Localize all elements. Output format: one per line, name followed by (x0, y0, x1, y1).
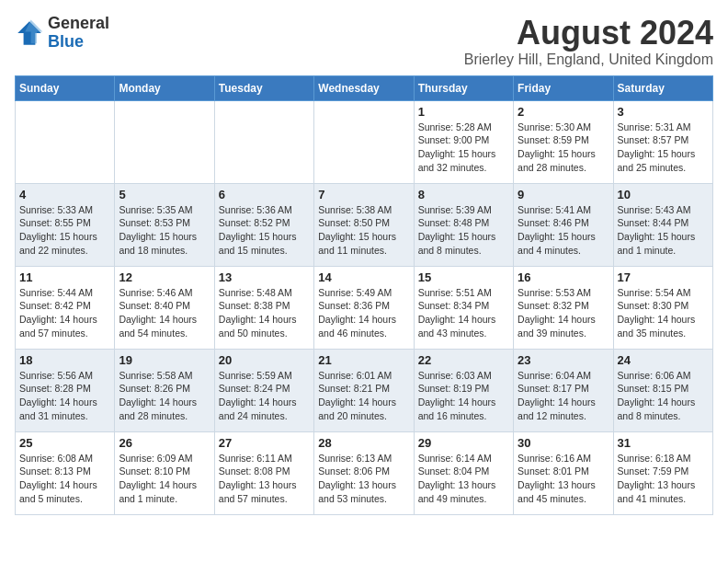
calendar-cell: 21Sunrise: 6:01 AM Sunset: 8:21 PM Dayli… (314, 349, 414, 431)
calendar-cell: 13Sunrise: 5:48 AM Sunset: 8:38 PM Dayli… (214, 266, 313, 349)
calendar-cell: 31Sunrise: 6:18 AM Sunset: 7:59 PM Dayli… (613, 431, 712, 514)
calendar-cell: 2Sunrise: 5:30 AM Sunset: 8:59 PM Daylig… (514, 100, 613, 183)
calendar-cell: 10Sunrise: 5:43 AM Sunset: 8:44 PM Dayli… (613, 183, 712, 266)
calendar-cell: 25Sunrise: 6:08 AM Sunset: 8:13 PM Dayli… (16, 431, 115, 514)
day-info: Sunrise: 5:51 AM Sunset: 8:34 PM Dayligh… (418, 286, 509, 340)
weekday-header-saturday: Saturday (613, 75, 712, 100)
day-number: 25 (19, 436, 110, 450)
day-number: 22 (418, 353, 509, 367)
day-number: 13 (219, 270, 310, 284)
page-header: General Blue August 2024 Brierley Hill, … (15, 15, 713, 68)
day-info: Sunrise: 5:59 AM Sunset: 8:24 PM Dayligh… (219, 369, 310, 423)
day-number: 27 (219, 436, 310, 450)
day-number: 21 (318, 353, 409, 367)
logo-icon (15, 18, 44, 48)
day-info: Sunrise: 5:33 AM Sunset: 8:55 PM Dayligh… (19, 203, 110, 258)
day-number: 10 (618, 188, 709, 201)
day-info: Sunrise: 6:01 AM Sunset: 8:21 PM Dayligh… (318, 369, 409, 423)
day-info: Sunrise: 6:03 AM Sunset: 8:19 PM Dayligh… (418, 369, 509, 423)
calendar-cell: 9Sunrise: 5:41 AM Sunset: 8:46 PM Daylig… (514, 183, 613, 266)
day-info: Sunrise: 6:11 AM Sunset: 8:08 PM Dayligh… (219, 452, 310, 506)
weekday-header-thursday: Thursday (414, 75, 513, 100)
week-row-2: 4Sunrise: 5:33 AM Sunset: 8:55 PM Daylig… (16, 183, 713, 266)
day-info: Sunrise: 5:54 AM Sunset: 8:30 PM Dayligh… (618, 286, 709, 340)
day-number: 5 (119, 188, 210, 201)
day-info: Sunrise: 5:58 AM Sunset: 8:26 PM Dayligh… (119, 369, 210, 423)
main-title: August 2024 (464, 15, 713, 52)
week-row-4: 18Sunrise: 5:56 AM Sunset: 8:28 PM Dayli… (16, 349, 713, 431)
weekday-header-friday: Friday (514, 75, 613, 100)
day-info: Sunrise: 6:14 AM Sunset: 8:04 PM Dayligh… (418, 452, 509, 506)
day-info: Sunrise: 6:13 AM Sunset: 8:06 PM Dayligh… (318, 452, 409, 506)
weekday-header-tuesday: Tuesday (214, 75, 313, 100)
calendar-cell (214, 100, 313, 183)
day-info: Sunrise: 5:35 AM Sunset: 8:53 PM Dayligh… (119, 203, 210, 258)
day-number: 1 (418, 105, 509, 119)
day-info: Sunrise: 5:56 AM Sunset: 8:28 PM Dayligh… (19, 369, 110, 423)
calendar-cell: 22Sunrise: 6:03 AM Sunset: 8:19 PM Dayli… (414, 349, 513, 431)
calendar-cell (115, 100, 214, 183)
calendar-cell (314, 100, 414, 183)
subtitle: Brierley Hill, England, United Kingdom (464, 52, 713, 68)
day-info: Sunrise: 6:18 AM Sunset: 7:59 PM Dayligh… (618, 452, 709, 506)
calendar-cell: 12Sunrise: 5:46 AM Sunset: 8:40 PM Dayli… (115, 266, 214, 349)
calendar-cell: 4Sunrise: 5:33 AM Sunset: 8:55 PM Daylig… (16, 183, 115, 266)
calendar-cell: 23Sunrise: 6:04 AM Sunset: 8:17 PM Dayli… (514, 349, 613, 431)
weekday-header-row: SundayMondayTuesdayWednesdayThursdayFrid… (16, 75, 713, 100)
weekday-header-wednesday: Wednesday (314, 75, 414, 100)
day-info: Sunrise: 5:39 AM Sunset: 8:48 PM Dayligh… (418, 203, 509, 258)
calendar-cell: 24Sunrise: 6:06 AM Sunset: 8:15 PM Dayli… (613, 349, 712, 431)
day-info: Sunrise: 6:09 AM Sunset: 8:10 PM Dayligh… (119, 452, 210, 506)
calendar-table: SundayMondayTuesdayWednesdayThursdayFrid… (15, 75, 713, 515)
calendar-cell: 28Sunrise: 6:13 AM Sunset: 8:06 PM Dayli… (314, 431, 414, 514)
calendar-cell: 7Sunrise: 5:38 AM Sunset: 8:50 PM Daylig… (314, 183, 414, 266)
calendar-cell: 3Sunrise: 5:31 AM Sunset: 8:57 PM Daylig… (613, 100, 712, 183)
day-info: Sunrise: 5:36 AM Sunset: 8:52 PM Dayligh… (219, 203, 310, 258)
day-number: 28 (318, 436, 409, 450)
logo-blue-text: Blue (48, 32, 84, 51)
weekday-header-sunday: Sunday (16, 75, 115, 100)
day-number: 17 (618, 270, 709, 284)
calendar-cell: 19Sunrise: 5:58 AM Sunset: 8:26 PM Dayli… (115, 349, 214, 431)
day-info: Sunrise: 5:49 AM Sunset: 8:36 PM Dayligh… (318, 286, 409, 340)
day-number: 26 (119, 436, 210, 450)
day-info: Sunrise: 6:16 AM Sunset: 8:01 PM Dayligh… (518, 452, 609, 506)
calendar-cell: 15Sunrise: 5:51 AM Sunset: 8:34 PM Dayli… (414, 266, 513, 349)
title-block: August 2024 Brierley Hill, England, Unit… (464, 15, 713, 68)
calendar-cell: 30Sunrise: 6:16 AM Sunset: 8:01 PM Dayli… (514, 431, 613, 514)
logo-general-text: General (48, 14, 109, 32)
day-info: Sunrise: 5:43 AM Sunset: 8:44 PM Dayligh… (618, 203, 709, 258)
day-number: 11 (19, 270, 110, 284)
day-number: 4 (19, 188, 110, 201)
day-number: 8 (418, 188, 509, 201)
day-number: 7 (318, 188, 409, 201)
day-info: Sunrise: 5:46 AM Sunset: 8:40 PM Dayligh… (119, 286, 210, 340)
calendar-cell: 18Sunrise: 5:56 AM Sunset: 8:28 PM Dayli… (16, 349, 115, 431)
day-info: Sunrise: 6:04 AM Sunset: 8:17 PM Dayligh… (518, 369, 609, 423)
calendar-cell (16, 100, 115, 183)
day-number: 6 (219, 188, 310, 201)
week-row-3: 11Sunrise: 5:44 AM Sunset: 8:42 PM Dayli… (16, 266, 713, 349)
day-number: 16 (518, 270, 609, 284)
calendar-cell: 17Sunrise: 5:54 AM Sunset: 8:30 PM Dayli… (613, 266, 712, 349)
day-number: 31 (618, 436, 709, 450)
week-row-1: 1Sunrise: 5:28 AM Sunset: 9:00 PM Daylig… (16, 100, 713, 183)
day-info: Sunrise: 6:06 AM Sunset: 8:15 PM Dayligh… (618, 369, 709, 423)
day-number: 19 (119, 353, 210, 367)
calendar-cell: 8Sunrise: 5:39 AM Sunset: 8:48 PM Daylig… (414, 183, 513, 266)
calendar-cell: 14Sunrise: 5:49 AM Sunset: 8:36 PM Dayli… (314, 266, 414, 349)
calendar-cell: 26Sunrise: 6:09 AM Sunset: 8:10 PM Dayli… (115, 431, 214, 514)
logo-text: General Blue (48, 15, 109, 52)
day-number: 14 (318, 270, 409, 284)
calendar-cell: 16Sunrise: 5:53 AM Sunset: 8:32 PM Dayli… (514, 266, 613, 349)
day-number: 12 (119, 270, 210, 284)
day-number: 20 (219, 353, 310, 367)
day-number: 30 (518, 436, 609, 450)
day-info: Sunrise: 5:31 AM Sunset: 8:57 PM Dayligh… (618, 121, 709, 175)
day-number: 24 (618, 353, 709, 367)
week-row-5: 25Sunrise: 6:08 AM Sunset: 8:13 PM Dayli… (16, 431, 713, 514)
calendar-cell: 1Sunrise: 5:28 AM Sunset: 9:00 PM Daylig… (414, 100, 513, 183)
day-number: 3 (618, 105, 709, 119)
day-info: Sunrise: 5:48 AM Sunset: 8:38 PM Dayligh… (219, 286, 310, 340)
weekday-header-monday: Monday (115, 75, 214, 100)
